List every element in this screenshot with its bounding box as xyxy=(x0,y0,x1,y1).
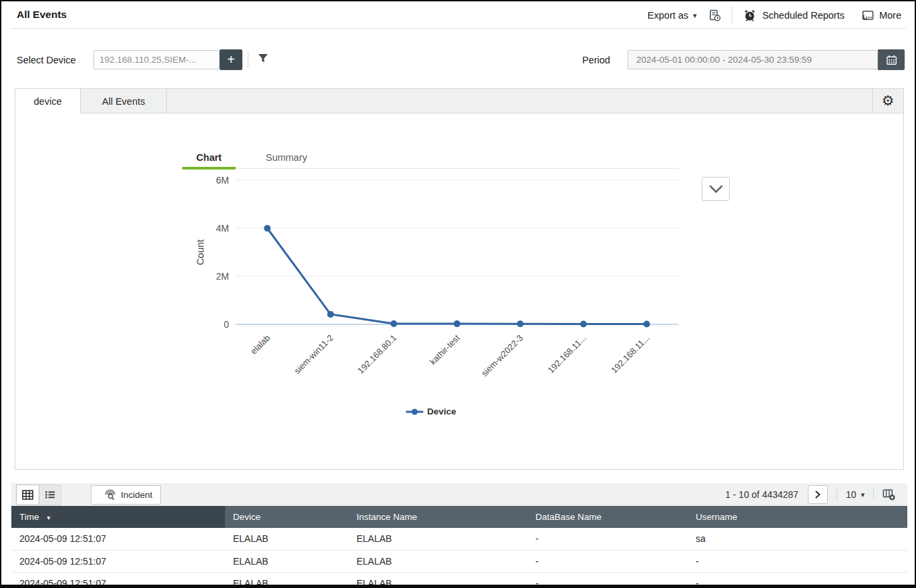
calendar-button[interactable] xyxy=(878,49,905,70)
table-cell: ELALAB xyxy=(225,528,349,550)
column-header-username[interactable]: Username xyxy=(688,506,907,528)
svg-text:0: 0 xyxy=(224,319,229,330)
table-row[interactable]: 2024-05-09 12:51:07ELALABELALAB-- xyxy=(11,550,907,572)
add-column-icon xyxy=(883,489,895,501)
legend-line-marker-icon xyxy=(406,408,423,415)
top-header: All Events Export as ▾ xyxy=(1,1,915,29)
add-device-button[interactable]: + xyxy=(220,49,242,70)
svg-text:2M: 2M xyxy=(216,271,229,282)
events-table: Time ▾ Device Instance Name DataBase Nam… xyxy=(11,506,907,588)
period-label: Period xyxy=(582,55,610,65)
table-cell: - xyxy=(527,528,688,550)
column-header-database-name[interactable]: DataBase Name xyxy=(527,506,688,528)
svg-text:192.168.11...: 192.168.11... xyxy=(545,333,588,376)
collapse-chart-button[interactable] xyxy=(702,177,730,201)
legend-item-device[interactable]: Device xyxy=(406,406,457,416)
table-cell: ELALAB xyxy=(349,572,527,588)
page-title: All Events xyxy=(17,9,67,21)
add-column-button[interactable] xyxy=(883,489,895,501)
toolbar-divider xyxy=(837,488,837,501)
chart-widget: Chart Summary 6M4M2M0Countelalabsiem-win… xyxy=(182,145,680,416)
calendar-icon xyxy=(886,55,897,65)
tab-chart[interactable]: Chart xyxy=(182,145,236,169)
header-divider xyxy=(732,7,732,24)
fingerprint-search-icon xyxy=(104,489,116,501)
report-panel: device All Events ⚙ Chart Summary xyxy=(15,88,904,470)
filter-funnel-icon[interactable] xyxy=(258,53,268,63)
select-device-label: Select Device xyxy=(17,55,76,65)
filter-divider xyxy=(248,51,248,67)
incident-label: Incident xyxy=(121,490,152,500)
table-cell: ELALAB xyxy=(349,550,527,572)
table-cell: ELALAB xyxy=(225,572,349,588)
scheduled-reports-label: Scheduled Reports xyxy=(762,10,845,21)
chart-view-tabs: Chart Summary xyxy=(182,145,680,169)
column-header-time[interactable]: Time ▾ xyxy=(11,506,225,528)
device-count-line-chart: 6M4M2M0Countelalabsiem-win11-2192.168.80… xyxy=(182,169,680,402)
svg-text:siem-w2022-3: siem-w2022-3 xyxy=(479,333,525,378)
table-row[interactable]: 2024-05-09 12:51:07ELALABELALAB-- xyxy=(11,572,907,588)
select-device-input[interactable]: 192.168.110.25,SIEM-... xyxy=(93,50,220,69)
table-cell: 2024-05-09 12:51:07 xyxy=(11,550,225,572)
all-events-report-page: All Events Export as ▾ xyxy=(0,0,916,588)
table-cell: - xyxy=(527,550,688,572)
column-header-instance-name[interactable]: Instance Name xyxy=(349,506,527,528)
gear-icon: ⚙ xyxy=(882,94,895,108)
more-menu[interactable]: More xyxy=(862,9,901,21)
active-tab-underline xyxy=(182,167,236,170)
view-toggle-group xyxy=(16,485,61,505)
next-page-button[interactable] xyxy=(808,485,828,504)
legend-label: Device xyxy=(427,406,457,416)
table-cell: - xyxy=(688,572,907,588)
chevron-right-icon xyxy=(814,490,822,499)
export-as-label: Export as xyxy=(648,10,688,21)
grid-view-icon xyxy=(22,490,33,500)
period-input[interactable]: 2024-05-01 00:00:00 - 2024-05-30 23:59:5… xyxy=(628,50,878,69)
caret-down-icon: ▾ xyxy=(693,11,697,20)
table-cell: ELALAB xyxy=(225,550,349,572)
svg-text:elalab: elalab xyxy=(248,333,272,356)
svg-text:kathir-test: kathir-test xyxy=(428,332,462,366)
chevron-down-icon xyxy=(707,182,725,196)
scheduled-reports-button[interactable]: Scheduled Reports xyxy=(743,9,845,22)
alarm-clock-icon xyxy=(743,9,756,22)
filter-row: Select Device 192.168.110.25,SIEM-... + … xyxy=(1,45,915,72)
column-header-device[interactable]: Device xyxy=(225,506,349,528)
toolbar-divider xyxy=(873,488,874,501)
report-tabbar: device All Events ⚙ xyxy=(15,89,903,113)
svg-text:4M: 4M xyxy=(216,223,229,234)
sort-desc-icon: ▾ xyxy=(47,514,50,521)
incident-button[interactable]: Incident xyxy=(91,485,161,505)
table-cell: 2024-05-09 12:51:07 xyxy=(11,572,225,588)
table-cell: 2024-05-09 12:51:07 xyxy=(11,528,225,550)
table-cell: - xyxy=(688,550,907,572)
console-window-icon xyxy=(862,9,874,21)
table-header-row: Time ▾ Device Instance Name DataBase Nam… xyxy=(11,506,907,528)
tab-device[interactable]: device xyxy=(15,89,81,114)
table-cell: ELALAB xyxy=(349,528,527,550)
chart-legend: Device xyxy=(182,406,680,416)
tab-all-events[interactable]: All Events xyxy=(81,89,167,113)
export-as-menu[interactable]: Export as ▾ xyxy=(648,10,697,21)
svg-text:6M: 6M xyxy=(216,175,229,186)
pagination-range: 1 - 10 of 4434287 xyxy=(725,489,798,500)
table-row[interactable]: 2024-05-09 12:51:07ELALABELALAB-sa xyxy=(11,528,907,550)
svg-text:192.168.11...: 192.168.11... xyxy=(609,333,652,376)
svg-text:siem-win11-2: siem-win11-2 xyxy=(292,333,336,376)
page-size-dropdown[interactable]: 10 ▾ xyxy=(846,489,865,500)
more-label: More xyxy=(879,10,901,21)
svg-text:192.168.80.1: 192.168.80.1 xyxy=(356,333,399,376)
caret-down-icon: ▾ xyxy=(861,491,865,499)
table-cell: sa xyxy=(688,528,907,550)
svg-text:Count: Count xyxy=(195,240,206,266)
list-view-button[interactable] xyxy=(39,485,61,505)
tab-summary[interactable]: Summary xyxy=(256,145,317,169)
table-toolbar: Incident 1 - 10 of 4434287 10 ▾ xyxy=(11,483,907,506)
grid-view-button[interactable] xyxy=(17,485,39,505)
list-view-icon xyxy=(45,490,55,499)
export-history-icon[interactable] xyxy=(708,9,721,22)
panel-settings-button[interactable]: ⚙ xyxy=(872,89,903,113)
page-size-value: 10 xyxy=(846,489,857,500)
table-cell: - xyxy=(527,572,688,588)
